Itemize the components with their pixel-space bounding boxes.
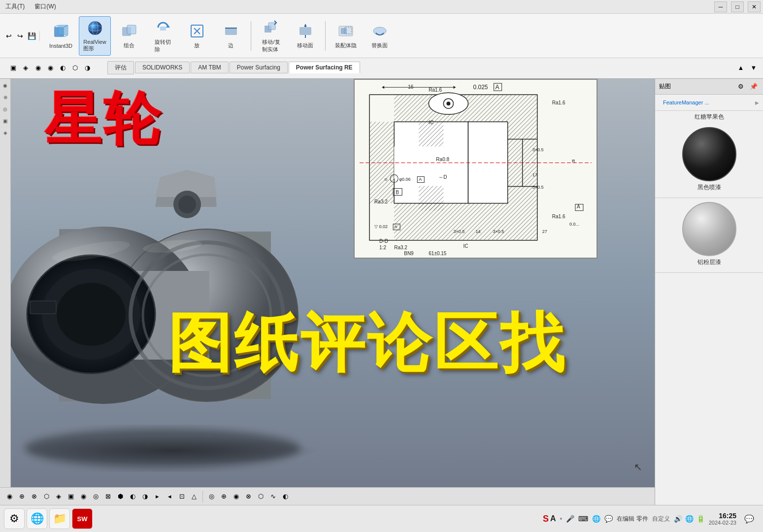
battery-icon[interactable]: 🔋	[697, 515, 705, 523]
bt-icon-11[interactable]: ◐	[127, 491, 138, 502]
bt-icon-21[interactable]: ⬡	[255, 491, 266, 502]
replace-face-button[interactable]: 替换面	[364, 16, 396, 56]
bt-icon-15[interactable]: ⊡	[176, 491, 187, 502]
toolbar-area: 工具(T) 窗口(W) ─ □ ✕ ↩ ↪ 💾	[0, 0, 763, 79]
assem-hide-icon	[337, 22, 355, 40]
sidebar-tool-5[interactable]: ◈	[1, 128, 10, 137]
black-paint-material[interactable]: 黑色喷漆	[655, 123, 763, 198]
svg-text:↔D: ↔D	[438, 174, 447, 180]
move-face-button[interactable]: 移动面	[289, 16, 321, 56]
bt-icon-17[interactable]: ◎	[206, 491, 217, 502]
view-icon-7[interactable]: ◑	[82, 62, 93, 73]
instant3d-label: Instant3D	[49, 43, 72, 49]
bt-icon-20[interactable]: ⊗	[243, 491, 254, 502]
bt-icon-10[interactable]: ⬢	[115, 491, 126, 502]
nav-arrow-up[interactable]: ▲	[735, 62, 746, 73]
bt-icon-16[interactable]: △	[189, 491, 199, 502]
network-icon[interactable]: 🌐	[685, 515, 694, 523]
panel-settings-icon[interactable]: ⚙	[735, 81, 746, 92]
taskbar-settings[interactable]: ⚙	[4, 508, 25, 529]
bt-icon-23[interactable]: ◐	[280, 491, 291, 502]
taskbar-explorer[interactable]: 📁	[49, 508, 70, 529]
sidebar-tool-4[interactable]: ▣	[1, 116, 10, 125]
sidebar-tool-3[interactable]: ◎	[1, 104, 10, 113]
rotate-cut-icon	[154, 19, 172, 36]
sidebar-tool-2[interactable]: ⊕	[1, 93, 10, 101]
tray-globe-icon[interactable]: 🌐	[592, 515, 600, 523]
realview-button[interactable]: RealView图形	[79, 16, 111, 56]
bt-icon-4[interactable]: ⬡	[41, 491, 52, 502]
notification-bubble[interactable]: 💬	[740, 510, 758, 528]
scale-button[interactable]: 放	[181, 16, 213, 56]
tab-power-surfacing-re[interactable]: Power Surfacing RE	[289, 62, 360, 73]
undo-icon[interactable]: ↩	[4, 31, 14, 41]
bt-icon-8[interactable]: ◎	[90, 491, 101, 502]
bt-icon-18[interactable]: ⊕	[218, 491, 229, 502]
minimize-button[interactable]: ─	[714, 1, 727, 12]
taskbar-edge[interactable]: 🌐	[27, 508, 47, 529]
bt-icon-2[interactable]: ⊕	[16, 491, 27, 502]
tray-dot-1: •	[560, 515, 562, 523]
assem-hide-button[interactable]: 装配体隐	[330, 16, 362, 56]
volume-icon[interactable]: 🔊	[674, 515, 682, 523]
panel-collapse-icon[interactable]: ▶	[755, 100, 759, 105]
time-block: 16:25 2024-02-23	[709, 512, 736, 526]
menu-window[interactable]: 窗口(W)	[32, 1, 59, 12]
svg-text:0.0...: 0.0...	[569, 222, 579, 227]
panel-pin-icon[interactable]: 📌	[748, 81, 759, 92]
bt-icon-1[interactable]: ◉	[4, 491, 15, 502]
svg-text:A: A	[394, 224, 397, 229]
edge-icon	[222, 22, 240, 40]
view-icon-3[interactable]: ◉	[33, 62, 43, 73]
view-icon-6[interactable]: ⬡	[69, 62, 80, 73]
bt-icon-13[interactable]: ▸	[152, 491, 163, 502]
menu-tools[interactable]: 工具(T)	[2, 1, 28, 12]
tab-evaluate[interactable]: 评估	[107, 61, 134, 74]
close-button[interactable]: ✕	[748, 1, 761, 12]
aluminum-powder-material[interactable]: 铝粉层漆	[655, 198, 763, 273]
svg-text:⊙: ⊙	[384, 177, 388, 182]
rotate-cut-button[interactable]: 旋转切除	[147, 16, 179, 56]
sidebar-tool-1[interactable]: ◉	[1, 81, 10, 90]
bt-icon-7[interactable]: ◉	[78, 491, 89, 502]
bt-icon-6[interactable]: ▣	[66, 491, 76, 502]
move-face-icon	[297, 22, 314, 40]
statusbar: ⚙ 🌐 📁 SW S A • 🎤 ⌨ 🌐 💬 在编辑 零件 自定义 🔊	[0, 505, 763, 532]
svg-text:Ra1.6: Ra1.6	[552, 100, 565, 105]
svg-rect-20	[341, 28, 347, 34]
taskbar-solidworks[interactable]: SW	[72, 508, 93, 529]
view-icon-4[interactable]: ◉	[45, 62, 56, 73]
svg-text:R: R	[572, 159, 575, 164]
svg-text:0.025: 0.025	[473, 84, 488, 91]
tray-msg-icon[interactable]: 💬	[604, 515, 613, 523]
svg-rect-60	[419, 122, 443, 146]
tray-keyboard-icon[interactable]: ⌨	[578, 515, 588, 523]
svg-text:17: 17	[532, 172, 537, 177]
bt-icon-22[interactable]: ∿	[267, 491, 278, 502]
edge-button[interactable]: 边	[215, 16, 247, 56]
redo-icon[interactable]: ↪	[15, 31, 25, 41]
move-copy-button[interactable]: 移动/复制实体	[255, 16, 287, 56]
bt-icon-12[interactable]: ◑	[139, 491, 150, 502]
scale-icon	[188, 22, 206, 40]
svg-text:3×0.5: 3×0.5	[453, 229, 464, 234]
instant3d-button[interactable]: Instant3D	[45, 16, 77, 56]
bt-icon-5[interactable]: ◈	[53, 491, 64, 502]
feature-manager-link[interactable]: FeatureManager ...	[659, 98, 713, 107]
save-icon[interactable]: 💾	[27, 31, 36, 41]
view-icon-5[interactable]: ◐	[57, 62, 68, 73]
maximize-button[interactable]: □	[731, 1, 744, 12]
bt-icon-14[interactable]: ◂	[164, 491, 175, 502]
nav-arrow-down[interactable]: ▼	[748, 62, 759, 73]
combine-button[interactable]: 组合	[113, 16, 145, 56]
tray-mic-icon[interactable]: 🎤	[566, 515, 574, 523]
tab-am-tbm[interactable]: AM TBM	[191, 62, 228, 73]
bt-icon-3[interactable]: ⊗	[29, 491, 39, 502]
bt-icon-19[interactable]: ◉	[231, 491, 241, 502]
view-icon-1[interactable]: ▣	[8, 62, 19, 73]
tab-power-surfacing[interactable]: Power Surfacing	[230, 62, 288, 73]
clock-time: 16:25	[719, 512, 736, 520]
view-icon-2[interactable]: ◈	[20, 62, 31, 73]
tab-solidworks[interactable]: SOLIDWORKS	[135, 62, 190, 73]
bt-icon-9[interactable]: ⊠	[102, 491, 113, 502]
